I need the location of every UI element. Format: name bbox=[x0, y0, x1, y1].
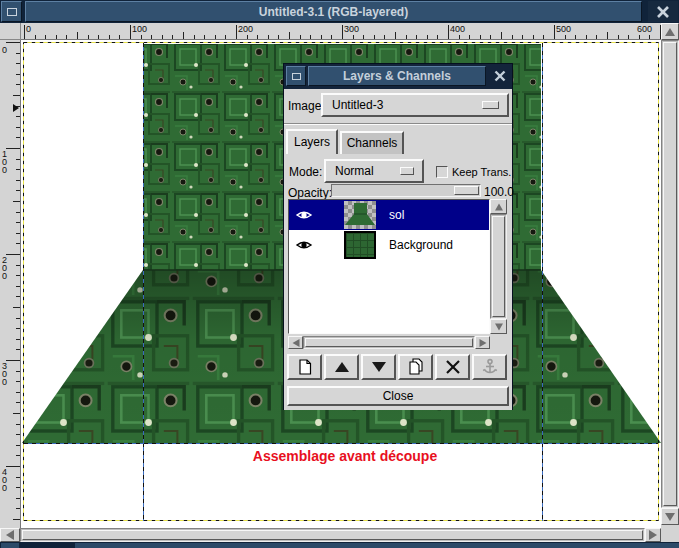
delete-x-icon bbox=[445, 359, 461, 375]
new-layer-button[interactable] bbox=[287, 354, 322, 380]
gimp-image-window: Untitled-3.1 (RGB-layered) 0 100 200 300… bbox=[0, 0, 679, 548]
mode-option-menu-value: Normal bbox=[335, 164, 374, 178]
dialog-menu-icon bbox=[292, 73, 301, 80]
layer-row-background[interactable]: Background bbox=[289, 230, 490, 260]
option-menu-indicator-icon bbox=[482, 101, 499, 109]
vscrollbar-up-button[interactable] bbox=[661, 23, 679, 40]
vruler-label: 0 bbox=[2, 46, 10, 54]
list-vscrollbar-trough[interactable] bbox=[490, 214, 507, 319]
dialog-menu-button[interactable] bbox=[286, 66, 306, 86]
opacity-value: 100.0 bbox=[484, 185, 514, 199]
window-title: Untitled-3.1 (RGB-layered) bbox=[25, 1, 642, 22]
anchor-layer-button[interactable] bbox=[472, 354, 507, 380]
opacity-slider-handle[interactable] bbox=[454, 186, 479, 195]
window-menu-icon bbox=[7, 8, 17, 16]
vruler-label: 300 bbox=[2, 362, 10, 386]
arrow-right-icon bbox=[649, 530, 657, 540]
horizontal-ruler[interactable]: 0 100 200 300 400 500 600 bbox=[21, 23, 661, 40]
hruler-label: 400 bbox=[450, 24, 465, 34]
tab-layers[interactable]: Layers bbox=[286, 129, 338, 154]
list-scroll-left-button[interactable] bbox=[288, 336, 303, 349]
ruler-position-marker-icon bbox=[13, 104, 19, 112]
hruler-label: 500 bbox=[556, 24, 571, 34]
raise-layer-button[interactable] bbox=[324, 354, 359, 380]
vruler-label: 400 bbox=[2, 468, 10, 492]
layer-name: Background bbox=[389, 238, 453, 252]
layer-thumbnail-shape bbox=[344, 201, 376, 229]
layer-row-sol[interactable]: sol bbox=[289, 200, 490, 230]
duplicate-layer-button[interactable] bbox=[398, 354, 433, 380]
dialog-close-button[interactable] bbox=[488, 66, 512, 86]
hruler-label: 200 bbox=[238, 24, 253, 34]
keep-trans-checkbox[interactable] bbox=[436, 166, 448, 178]
layer-list: sol Background bbox=[288, 199, 490, 334]
layers-channels-dialog: Layers & Channels Image: Untitled-3 Laye… bbox=[283, 63, 513, 410]
tab-channels-label: Channels bbox=[347, 136, 398, 150]
layer-list-vscrollbar[interactable] bbox=[490, 199, 507, 334]
dialog-body: Image: Untitled-3 Layers Channels Mode: … bbox=[284, 89, 512, 410]
hruler-label: 100 bbox=[132, 24, 147, 34]
list-scroll-up-button[interactable] bbox=[490, 199, 507, 214]
list-hscrollbar-thumb[interactable] bbox=[305, 338, 473, 347]
close-button[interactable]: Close bbox=[287, 386, 509, 406]
arrow-left-icon bbox=[6, 530, 14, 540]
list-vscrollbar-thumb[interactable] bbox=[492, 216, 505, 317]
hruler-label: 600 bbox=[637, 24, 652, 34]
close-button-label: Close bbox=[383, 389, 414, 403]
vertical-scrollbar-thumb[interactable] bbox=[663, 42, 677, 506]
scrollbar-corner bbox=[661, 528, 679, 542]
hscrollbar-left-button[interactable] bbox=[0, 528, 20, 542]
arrow-up-icon bbox=[495, 203, 503, 210]
layer-thumbnail bbox=[344, 201, 376, 229]
mode-option-menu[interactable]: Normal bbox=[324, 159, 424, 183]
image-option-menu[interactable]: Untitled-3 bbox=[321, 93, 509, 117]
list-scroll-right-button[interactable] bbox=[475, 336, 490, 349]
arrow-left-icon bbox=[292, 339, 299, 347]
background-window-button bbox=[1, 543, 19, 548]
keep-trans-label: Keep Trans. bbox=[452, 166, 511, 178]
hruler-label: 0 bbox=[26, 24, 31, 34]
list-hscrollbar-trough[interactable] bbox=[303, 336, 475, 349]
arrow-right-icon bbox=[479, 339, 486, 347]
vscrollbar-down-button[interactable] bbox=[661, 508, 679, 525]
image-label: Image: bbox=[288, 99, 325, 113]
horizontal-scrollbar-thumb[interactable] bbox=[22, 530, 643, 540]
tab-channels[interactable]: Channels bbox=[340, 131, 404, 154]
tab-layers-label: Layers bbox=[294, 135, 330, 149]
opacity-slider[interactable] bbox=[331, 184, 481, 197]
horizontal-scrollbar[interactable] bbox=[20, 528, 645, 542]
close-icon bbox=[656, 5, 670, 19]
layer-name: sol bbox=[389, 208, 404, 222]
window-menu-button[interactable] bbox=[1, 1, 22, 22]
mode-label: Mode: bbox=[289, 165, 322, 179]
raise-arrow-icon bbox=[335, 362, 349, 372]
vruler-label: 200 bbox=[2, 256, 10, 280]
image-option-menu-value: Untitled-3 bbox=[332, 98, 383, 112]
close-icon bbox=[494, 70, 507, 83]
vertical-ruler[interactable]: 0 100 200 300 400 bbox=[0, 40, 21, 528]
eye-visible-icon[interactable] bbox=[295, 206, 313, 224]
dialog-titlebar[interactable]: Layers & Channels bbox=[284, 64, 512, 89]
opacity-label: Opacity: bbox=[288, 186, 332, 200]
arrow-down-icon bbox=[665, 513, 675, 521]
arrow-down-icon bbox=[495, 323, 503, 330]
hscrollbar-right-button[interactable] bbox=[645, 528, 661, 542]
vertical-scrollbar[interactable] bbox=[661, 40, 679, 508]
option-menu-indicator-icon bbox=[400, 167, 414, 175]
dialog-title: Layers & Channels bbox=[308, 66, 486, 86]
background-window-titlebar bbox=[75, 543, 679, 548]
layer-list-hscrollbar[interactable] bbox=[288, 336, 490, 349]
lower-arrow-icon bbox=[372, 362, 386, 372]
separator bbox=[284, 123, 512, 125]
arrow-up-icon bbox=[665, 28, 675, 36]
eye-visible-icon[interactable] bbox=[295, 236, 313, 254]
delete-layer-button[interactable] bbox=[435, 354, 470, 380]
duplicate-layer-icon bbox=[406, 358, 426, 376]
lower-layer-button[interactable] bbox=[361, 354, 396, 380]
window-close-button[interactable] bbox=[648, 1, 678, 22]
window-titlebar: Untitled-3.1 (RGB-layered) bbox=[0, 0, 679, 23]
canvas-annotation-text: Assemblage avant découpe bbox=[253, 448, 437, 464]
background-window-edge bbox=[0, 542, 679, 548]
list-scroll-down-button[interactable] bbox=[490, 319, 507, 334]
layer-thumbnail bbox=[344, 231, 376, 259]
